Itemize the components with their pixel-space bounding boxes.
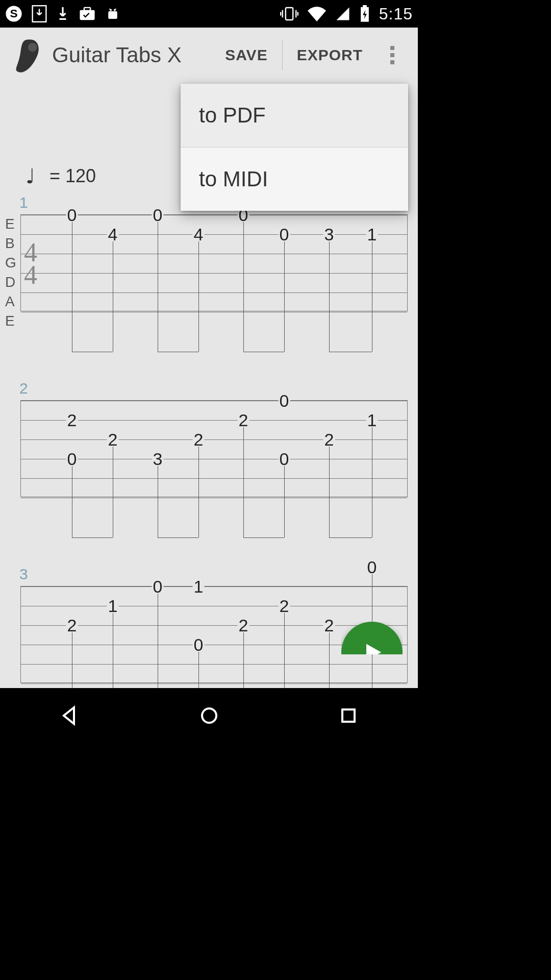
- beam: [243, 352, 284, 352]
- status-clock: 5:15: [379, 5, 413, 23]
- note-stem: [284, 466, 285, 537]
- bar-number: 2: [19, 380, 408, 397]
- staff[interactable]: 44 04040031: [20, 214, 408, 311]
- note-stem: [243, 222, 244, 352]
- download-box-icon: [32, 5, 47, 22]
- cellular-icon: [335, 6, 350, 21]
- note-stem: [284, 613, 285, 688]
- note-stem: [329, 447, 330, 537]
- fret-number[interactable]: 2: [66, 410, 78, 430]
- beam: [158, 352, 198, 352]
- home-button[interactable]: [197, 703, 221, 728]
- note-stem: [329, 241, 330, 352]
- note-stem: [72, 632, 72, 688]
- string-label: B: [5, 234, 16, 253]
- screen: S 5:15 Guitar Tabs X SAVE EXPORT by tab …: [0, 0, 418, 743]
- note-stem: [284, 241, 285, 352]
- recents-button[interactable]: [336, 703, 361, 728]
- svg-rect-6: [108, 11, 117, 19]
- svg-rect-9: [286, 8, 293, 20]
- string-label: A: [5, 292, 16, 311]
- android-icon: [105, 6, 120, 21]
- beam: [158, 537, 198, 538]
- quarter-note-icon: ♩: [26, 164, 35, 188]
- tab-bar-2[interactable]: 2 2023220021: [5, 380, 408, 497]
- note-stem: [113, 613, 113, 688]
- app-title: Guitar Tabs X: [52, 43, 211, 67]
- fret-number[interactable]: 0: [279, 391, 290, 411]
- tempo: ♩ = 120: [26, 164, 96, 188]
- export-to-midi[interactable]: to MIDI: [181, 148, 408, 211]
- note-stem: [372, 241, 372, 352]
- tab-bar-3[interactable]: 3 210102220: [5, 566, 408, 683]
- skype-icon: S: [5, 5, 22, 22]
- tab-bar-1[interactable]: 1 EBGDAE 44 04040031: [5, 194, 408, 311]
- export-button[interactable]: EXPORT: [283, 46, 377, 64]
- note-stem: [329, 632, 330, 688]
- string-label: E: [5, 311, 16, 331]
- svg-point-13: [202, 708, 216, 723]
- note-stem: [243, 427, 244, 537]
- status-left: S: [5, 5, 120, 22]
- bar-number: 3: [19, 566, 408, 583]
- app-bar: Guitar Tabs X SAVE EXPORT: [0, 28, 418, 83]
- overflow-menu-button[interactable]: [377, 46, 408, 64]
- svg-point-12: [28, 43, 37, 52]
- export-to-pdf[interactable]: to PDF: [181, 84, 408, 147]
- fret-number[interactable]: 1: [193, 577, 205, 597]
- status-right: 5:15: [280, 5, 413, 23]
- save-button[interactable]: SAVE: [211, 46, 282, 64]
- string-label: D: [5, 273, 16, 292]
- note-stem: [372, 427, 372, 537]
- svg-text:S: S: [10, 7, 17, 20]
- time-signature: 44: [24, 241, 37, 286]
- beam: [329, 537, 372, 538]
- svg-rect-3: [60, 18, 66, 20]
- beam: [72, 352, 113, 352]
- status-bar: S 5:15: [0, 0, 418, 28]
- svg-rect-14: [342, 709, 355, 722]
- note-stem: [198, 241, 199, 352]
- string-label: E: [5, 214, 16, 234]
- note-stem: [72, 466, 72, 537]
- note-stem: [198, 652, 199, 688]
- note-stem: [158, 222, 158, 352]
- download-arrow-icon: [56, 5, 69, 22]
- note-stem: [198, 447, 199, 537]
- app-logo-icon: [10, 37, 46, 73]
- note-stem: [113, 241, 113, 352]
- svg-rect-5: [84, 8, 90, 11]
- beam: [72, 537, 113, 538]
- export-dropdown: to PDF to MIDI: [181, 84, 408, 211]
- briefcase-icon: [79, 6, 96, 21]
- string-labels: EBGDAE: [5, 214, 16, 331]
- wifi-icon: [308, 6, 326, 21]
- tempo-value: = 120: [49, 165, 96, 187]
- beam: [329, 352, 372, 352]
- nav-bar: [0, 688, 418, 743]
- vibrate-icon: [280, 6, 298, 21]
- staff[interactable]: 2023220021: [20, 400, 408, 497]
- back-button[interactable]: [58, 703, 82, 728]
- note-stem: [72, 222, 72, 352]
- battery-charging-icon: [360, 5, 370, 22]
- string-label: G: [5, 253, 16, 273]
- svg-rect-11: [363, 5, 367, 7]
- note-stem: [243, 632, 244, 688]
- note-stem: [158, 466, 158, 537]
- beam: [243, 537, 284, 538]
- note-stem: [113, 447, 113, 537]
- note-stem: [158, 594, 158, 688]
